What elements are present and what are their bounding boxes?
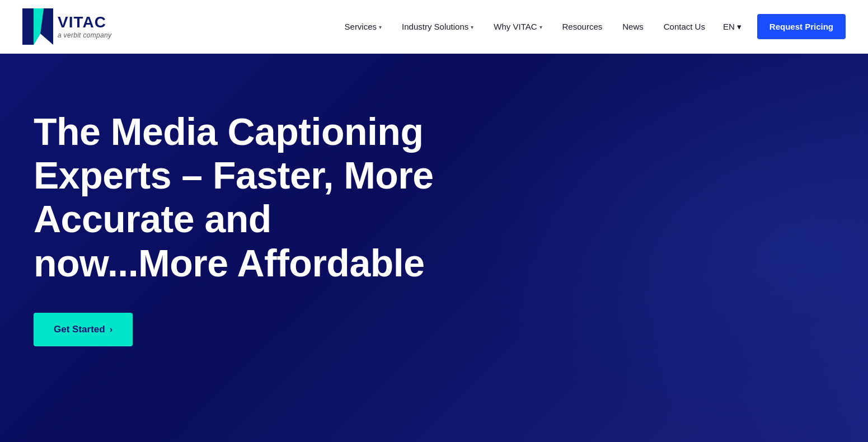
nav-services[interactable]: Services ▾ [337,17,390,36]
nav-contact[interactable]: Contact Us [656,17,713,36]
chevron-down-icon: ▾ [471,24,473,30]
hero-content: The Media Captioning Experts – Faster, M… [34,110,453,346]
chevron-down-icon: ▾ [379,24,382,30]
logo-brand: VITAC [58,14,111,31]
main-nav: Services ▾ Industry Solutions ▾ Why VITA… [337,14,846,39]
language-selector[interactable]: EN ▾ [717,17,747,36]
get-started-button[interactable]: Get Started › [34,313,133,346]
hero-section: The Media Captioning Experts – Faster, M… [0,54,868,442]
hero-title: The Media Captioning Experts – Faster, M… [34,110,453,285]
request-pricing-button[interactable]: Request Pricing [757,14,846,39]
logo[interactable]: VITAC a verbit company [22,8,111,45]
nav-why-vitac[interactable]: Why VITAC ▾ [486,17,550,36]
nav-news[interactable]: News [614,17,651,36]
logo-tagline: a verbit company [58,31,111,39]
arrow-icon: › [110,325,112,335]
chevron-down-icon: ▾ [539,24,542,30]
nav-resources[interactable]: Resources [555,17,611,36]
nav-industry-solutions[interactable]: Industry Solutions ▾ [394,17,481,36]
chevron-down-icon: ▾ [737,22,742,32]
header: VITAC a verbit company Services ▾ Indust… [0,0,868,54]
logo-icon [22,8,53,45]
logo-text: VITAC a verbit company [58,14,111,39]
